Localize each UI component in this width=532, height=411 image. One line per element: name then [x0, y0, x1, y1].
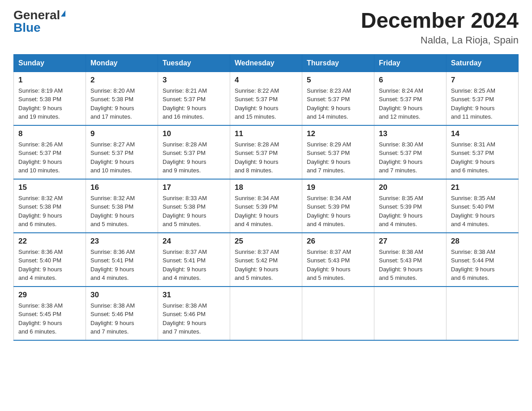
- table-row: 7 Sunrise: 8:25 AM Sunset: 5:37 PM Dayli…: [446, 72, 519, 125]
- table-row: 13 Sunrise: 8:30 AM Sunset: 5:37 PM Dayl…: [374, 125, 446, 179]
- table-row: [374, 287, 446, 340]
- day-number: 5: [307, 76, 369, 85]
- table-row: 5 Sunrise: 8:23 AM Sunset: 5:37 PM Dayli…: [302, 72, 374, 125]
- calendar-header: SundayMondayTuesdayWednesdayThursdayFrid…: [14, 54, 519, 72]
- week-row-3: 15 Sunrise: 8:32 AM Sunset: 5:38 PM Dayl…: [14, 179, 519, 233]
- day-number: 16: [90, 183, 153, 192]
- day-info: Sunrise: 8:28 AM Sunset: 5:37 PM Dayligh…: [163, 140, 225, 175]
- day-info: Sunrise: 8:25 AM Sunset: 5:37 PM Dayligh…: [451, 86, 514, 121]
- day-number: 20: [379, 183, 442, 192]
- table-row: 21 Sunrise: 8:35 AM Sunset: 5:40 PM Dayl…: [446, 179, 519, 233]
- header-col-thursday: Thursday: [302, 54, 374, 72]
- table-row: 10 Sunrise: 8:28 AM Sunset: 5:37 PM Dayl…: [158, 125, 230, 179]
- table-row: 11 Sunrise: 8:28 AM Sunset: 5:37 PM Dayl…: [230, 125, 302, 179]
- day-info: Sunrise: 8:37 AM Sunset: 5:41 PM Dayligh…: [163, 248, 225, 283]
- table-row: 31 Sunrise: 8:38 AM Sunset: 5:46 PM Dayl…: [158, 287, 230, 340]
- calendar-body: 1 Sunrise: 8:19 AM Sunset: 5:38 PM Dayli…: [14, 72, 519, 340]
- table-row: 6 Sunrise: 8:24 AM Sunset: 5:37 PM Dayli…: [374, 72, 446, 125]
- day-info: Sunrise: 8:32 AM Sunset: 5:38 PM Dayligh…: [90, 194, 153, 229]
- header-col-friday: Friday: [374, 54, 446, 72]
- day-number: 24: [163, 237, 225, 246]
- logo: General Blue: [13, 9, 65, 34]
- day-number: 23: [90, 237, 153, 246]
- page-header: General Blue December 2024 Nalda, La Rio…: [13, 9, 519, 46]
- day-info: Sunrise: 8:31 AM Sunset: 5:37 PM Dayligh…: [451, 140, 514, 175]
- table-row: 27 Sunrise: 8:38 AM Sunset: 5:43 PM Dayl…: [374, 233, 446, 287]
- header-col-wednesday: Wednesday: [230, 54, 302, 72]
- month-title: December 2024: [361, 9, 519, 33]
- title-block: December 2024 Nalda, La Rioja, Spain: [361, 9, 519, 46]
- day-number: 22: [18, 237, 81, 246]
- day-info: Sunrise: 8:36 AM Sunset: 5:40 PM Dayligh…: [18, 248, 81, 283]
- day-number: 4: [235, 76, 297, 85]
- header-row: SundayMondayTuesdayWednesdayThursdayFrid…: [14, 54, 519, 72]
- table-row: [302, 287, 374, 340]
- day-number: 19: [307, 183, 369, 192]
- table-row: 8 Sunrise: 8:26 AM Sunset: 5:37 PM Dayli…: [14, 125, 86, 179]
- table-row: 4 Sunrise: 8:22 AM Sunset: 5:37 PM Dayli…: [230, 72, 302, 125]
- day-number: 12: [307, 129, 369, 138]
- table-row: 14 Sunrise: 8:31 AM Sunset: 5:37 PM Dayl…: [446, 125, 519, 179]
- table-row: [446, 287, 519, 340]
- day-number: 27: [379, 237, 442, 246]
- table-row: 25 Sunrise: 8:37 AM Sunset: 5:42 PM Dayl…: [230, 233, 302, 287]
- table-row: 19 Sunrise: 8:34 AM Sunset: 5:39 PM Dayl…: [302, 179, 374, 233]
- day-info: Sunrise: 8:30 AM Sunset: 5:37 PM Dayligh…: [379, 140, 442, 175]
- day-number: 13: [379, 129, 442, 138]
- day-number: 29: [18, 291, 81, 300]
- week-row-5: 29 Sunrise: 8:38 AM Sunset: 5:45 PM Dayl…: [14, 287, 519, 340]
- table-row: [230, 287, 302, 340]
- logo-triangle-icon: [61, 10, 65, 17]
- week-row-4: 22 Sunrise: 8:36 AM Sunset: 5:40 PM Dayl…: [14, 233, 519, 287]
- day-number: 15: [18, 183, 81, 192]
- table-row: 28 Sunrise: 8:38 AM Sunset: 5:44 PM Dayl…: [446, 233, 519, 287]
- table-row: 24 Sunrise: 8:37 AM Sunset: 5:41 PM Dayl…: [158, 233, 230, 287]
- day-number: 14: [451, 129, 514, 138]
- table-row: 30 Sunrise: 8:38 AM Sunset: 5:46 PM Dayl…: [86, 287, 158, 340]
- day-info: Sunrise: 8:19 AM Sunset: 5:38 PM Dayligh…: [18, 86, 81, 121]
- day-number: 7: [451, 76, 514, 85]
- day-number: 30: [90, 291, 153, 300]
- day-number: 9: [90, 129, 153, 138]
- table-row: 18 Sunrise: 8:34 AM Sunset: 5:39 PM Dayl…: [230, 179, 302, 233]
- day-info: Sunrise: 8:22 AM Sunset: 5:37 PM Dayligh…: [235, 86, 297, 121]
- week-row-2: 8 Sunrise: 8:26 AM Sunset: 5:37 PM Dayli…: [14, 125, 519, 179]
- day-info: Sunrise: 8:27 AM Sunset: 5:37 PM Dayligh…: [90, 140, 153, 175]
- logo-general: General: [13, 9, 60, 21]
- day-number: 21: [451, 183, 514, 192]
- day-info: Sunrise: 8:28 AM Sunset: 5:37 PM Dayligh…: [235, 140, 297, 175]
- day-info: Sunrise: 8:21 AM Sunset: 5:37 PM Dayligh…: [163, 86, 225, 121]
- day-info: Sunrise: 8:34 AM Sunset: 5:39 PM Dayligh…: [307, 194, 369, 229]
- day-number: 17: [163, 183, 225, 192]
- day-info: Sunrise: 8:26 AM Sunset: 5:37 PM Dayligh…: [18, 140, 81, 175]
- day-info: Sunrise: 8:23 AM Sunset: 5:37 PM Dayligh…: [307, 86, 369, 121]
- table-row: 20 Sunrise: 8:35 AM Sunset: 5:39 PM Dayl…: [374, 179, 446, 233]
- day-info: Sunrise: 8:35 AM Sunset: 5:40 PM Dayligh…: [451, 194, 514, 229]
- day-info: Sunrise: 8:24 AM Sunset: 5:37 PM Dayligh…: [379, 86, 442, 121]
- location-title: Nalda, La Rioja, Spain: [361, 34, 519, 46]
- table-row: 26 Sunrise: 8:37 AM Sunset: 5:43 PM Dayl…: [302, 233, 374, 287]
- day-number: 6: [379, 76, 442, 85]
- day-info: Sunrise: 8:38 AM Sunset: 5:46 PM Dayligh…: [163, 301, 225, 336]
- day-number: 31: [163, 291, 225, 300]
- day-info: Sunrise: 8:38 AM Sunset: 5:46 PM Dayligh…: [90, 301, 153, 336]
- day-number: 2: [90, 76, 153, 85]
- day-info: Sunrise: 8:37 AM Sunset: 5:43 PM Dayligh…: [307, 248, 369, 283]
- day-info: Sunrise: 8:34 AM Sunset: 5:39 PM Dayligh…: [235, 194, 297, 229]
- header-col-sunday: Sunday: [14, 54, 86, 72]
- table-row: 17 Sunrise: 8:33 AM Sunset: 5:38 PM Dayl…: [158, 179, 230, 233]
- week-row-1: 1 Sunrise: 8:19 AM Sunset: 5:38 PM Dayli…: [14, 72, 519, 125]
- day-info: Sunrise: 8:38 AM Sunset: 5:43 PM Dayligh…: [379, 248, 442, 283]
- day-number: 26: [307, 237, 369, 246]
- day-number: 1: [18, 76, 81, 85]
- day-info: Sunrise: 8:38 AM Sunset: 5:44 PM Dayligh…: [451, 248, 514, 283]
- day-info: Sunrise: 8:29 AM Sunset: 5:37 PM Dayligh…: [307, 140, 369, 175]
- day-number: 3: [163, 76, 225, 85]
- day-number: 10: [163, 129, 225, 138]
- header-col-monday: Monday: [86, 54, 158, 72]
- table-row: 9 Sunrise: 8:27 AM Sunset: 5:37 PM Dayli…: [86, 125, 158, 179]
- day-number: 25: [235, 237, 297, 246]
- table-row: 15 Sunrise: 8:32 AM Sunset: 5:38 PM Dayl…: [14, 179, 86, 233]
- day-info: Sunrise: 8:36 AM Sunset: 5:41 PM Dayligh…: [90, 248, 153, 283]
- day-info: Sunrise: 8:35 AM Sunset: 5:39 PM Dayligh…: [379, 194, 442, 229]
